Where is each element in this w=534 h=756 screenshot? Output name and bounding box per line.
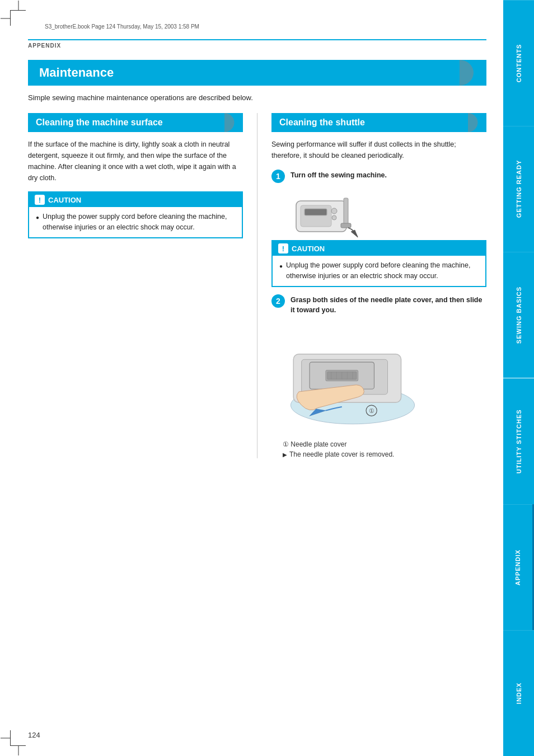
- step-2-number: 2: [271, 294, 285, 308]
- step-1: 1 Turn off the sewing machine.: [271, 169, 486, 183]
- page-number: 124: [28, 731, 40, 739]
- caution-icon-right: !: [278, 243, 288, 253]
- file-info: S3_brotherE.book Page 124 Thursday, May …: [45, 24, 199, 30]
- svg-rect-6: [344, 198, 348, 226]
- right-sidebar: CONTENTS GETTING READY SEWING BASICS UTI…: [503, 0, 534, 756]
- right-caution-body: Unplug the power supply cord before clea…: [273, 256, 485, 286]
- tab-contents[interactable]: CONTENTS: [503, 0, 534, 126]
- right-column: Cleaning the shuttle Sewing performance …: [271, 113, 486, 458]
- left-caution-box: ! CAUTION Unplug the power supply cord b…: [28, 191, 243, 238]
- column-divider: [257, 113, 257, 458]
- left-caution-item: Unplug the power supply cord before clea…: [36, 212, 235, 233]
- left-section-body: If the surface of the machine is dirty, …: [28, 139, 243, 184]
- tab-sewing-basics[interactable]: SEWING BASICS: [503, 252, 534, 378]
- main-content: S3_brotherE.book Page 124 Thursday, May …: [0, 0, 503, 756]
- needle-plate-svg: ①: [283, 322, 423, 434]
- step-2: 2 Grasp both sides of the needle plate c…: [271, 294, 486, 316]
- right-section-intro: Sewing performance will suffer if dust c…: [271, 139, 486, 161]
- tab-appendix[interactable]: APPENDIX: [503, 504, 534, 630]
- needle-plate-result: The needle plate cover is removed.: [283, 450, 486, 458]
- needle-plate-illustration: ①: [271, 322, 486, 440]
- svg-text:①: ①: [369, 407, 374, 414]
- two-column-layout: Cleaning the machine surface If the surf…: [28, 113, 486, 458]
- step-1-number: 1: [271, 170, 285, 183]
- caution-icon-left: !: [35, 195, 45, 205]
- maintenance-intro: Simple sewing machine maintenance operat…: [28, 93, 486, 102]
- left-section-header: Cleaning the machine surface: [28, 113, 243, 132]
- tab-getting-ready[interactable]: GETTING READY: [503, 126, 534, 252]
- tab-index[interactable]: INDEX: [503, 630, 534, 756]
- right-caution-item: Unplug the power supply cord before clea…: [279, 260, 479, 281]
- left-caution-body: Unplug the power supply cord before clea…: [29, 207, 242, 237]
- maintenance-title: Maintenance: [28, 60, 486, 86]
- svg-rect-7: [341, 223, 351, 228]
- sewing-machine-svg: [291, 190, 363, 240]
- sewing-machine-illustration: [291, 190, 363, 234]
- right-caution-box: ! CAUTION Unplug the power supply cord b…: [271, 240, 486, 287]
- svg-point-5: [332, 215, 336, 220]
- section-label: APPENDIX: [28, 43, 61, 49]
- right-section-header: Cleaning the shuttle: [271, 113, 486, 132]
- step-1-text: Turn off the sewing machine.: [291, 169, 387, 181]
- needle-plate-caption: Needle plate cover: [283, 440, 486, 448]
- tab-utility-stitches[interactable]: UTILITY STITCHES: [503, 378, 534, 504]
- svg-point-4: [331, 208, 337, 214]
- right-caution-header: ! CAUTION: [273, 241, 485, 256]
- left-column: Cleaning the machine surface If the surf…: [28, 113, 243, 458]
- appendix-header-bar: APPENDIX: [28, 39, 486, 49]
- svg-rect-3: [305, 209, 326, 215]
- left-caution-header: ! CAUTION: [29, 192, 242, 207]
- step-2-text: Grasp both sides of the needle plate cov…: [291, 294, 486, 316]
